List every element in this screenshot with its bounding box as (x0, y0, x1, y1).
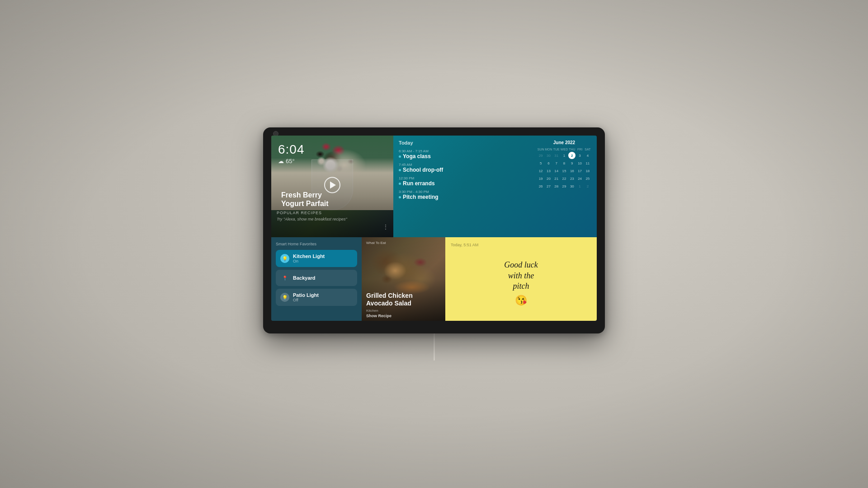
cal-day[interactable]: 9 (568, 160, 576, 167)
calendar-month-label: June 2022 (537, 140, 591, 145)
day-header-mon: MON (545, 147, 552, 151)
recipe-name: Grilled ChickenAvocado Salad (366, 292, 441, 307)
echo-show-frame: 6:04 ☁ 65° Popular Recipes Fresh BerryYo… (263, 127, 605, 333)
cal-day[interactable]: 1 (561, 152, 568, 159)
device-patio-light[interactable]: 💡 Patio Light Off (276, 289, 357, 306)
hero-title-area: Popular Recipes Fresh BerryYogurt Parfai… (277, 211, 388, 221)
device-wrapper: 6:04 ☁ 65° Popular Recipes Fresh BerryYo… (263, 127, 605, 361)
hero-recipe-name: Fresh BerryYogurt Parfait (281, 191, 383, 208)
cal-day[interactable]: 19 (537, 175, 544, 182)
recipe-panel[interactable]: What To Eat Grilled ChickenAvocado Salad… (362, 237, 445, 321)
cal-day[interactable]: 17 (576, 167, 584, 174)
power-cord (434, 333, 435, 361)
hero-time-weather: 6:04 ☁ 65° (278, 142, 305, 164)
smart-home-panel: Smart Home Favorites 💡 Kitchen Light On … (271, 237, 362, 321)
backyard-icon: 📍 (280, 273, 289, 282)
event-yoga-name: Yoga class (399, 153, 533, 160)
event-errands-name: Run errands (399, 180, 533, 187)
cal-day[interactable]: 15 (561, 167, 568, 174)
clock-display: 6:04 (278, 142, 305, 157)
event-yoga[interactable]: 6:30 AM - 7:15 AM Yoga class (399, 149, 533, 160)
temperature-display: 65° (286, 158, 295, 164)
cal-day[interactable]: 11 (584, 160, 591, 167)
cal-day[interactable]: 27 (545, 183, 552, 190)
event-dot-icon (399, 196, 401, 198)
weather-display: ☁ 65° (278, 158, 305, 164)
bottom-section: Smart Home Favorites 💡 Kitchen Light On … (271, 237, 597, 321)
cal-day[interactable]: 7 (553, 160, 560, 167)
today-label: Today (399, 140, 533, 145)
event-pitch[interactable]: 3:30 PM - 4:30 PM Pitch meeting (399, 190, 533, 200)
cal-day-today[interactable]: 2 (568, 152, 576, 159)
day-header-sat: SAT (584, 147, 591, 151)
patio-light-icon: 💡 (280, 293, 289, 302)
backyard-info: Backyard (293, 275, 316, 281)
cal-day[interactable]: 4 (584, 152, 591, 159)
note-text-content: Good luckwith thepitch (504, 260, 538, 291)
cal-day[interactable]: 28 (553, 183, 560, 190)
sticky-note-panel: Today, 5:51 AM Good luckwith thepitch 😘 (445, 237, 597, 321)
show-recipe-button[interactable]: Show Recipe (366, 314, 392, 318)
cal-day[interactable]: 22 (561, 175, 568, 182)
smart-home-title: Smart Home Favorites (276, 242, 357, 246)
note-timestamp: Today, 5:51 AM (451, 243, 591, 247)
cal-day[interactable]: 5 (537, 160, 544, 167)
patio-light-info: Patio Light Off (293, 292, 319, 302)
more-options-icon[interactable]: ⋮ (382, 223, 389, 230)
cal-day[interactable]: 30 (545, 152, 552, 159)
kitchen-light-name: Kitchen Light (293, 253, 325, 259)
day-header-tue: TUE (553, 147, 560, 151)
event-school-time: 7:45 AM (399, 163, 533, 167)
mini-calendar: June 2022 SUN MON TUE WED THU FRI SAT 29… (537, 140, 591, 233)
hero-panel[interactable]: 6:04 ☁ 65° Popular Recipes Fresh BerryYo… (271, 136, 393, 237)
cal-day[interactable]: 8 (561, 160, 568, 167)
note-content: Good luckwith thepitch 😘 (451, 252, 591, 315)
cal-day[interactable]: 13 (545, 167, 552, 174)
event-dot-icon (399, 169, 401, 171)
cal-day[interactable]: 31 (553, 152, 560, 159)
cal-day[interactable]: 12 (537, 167, 544, 174)
event-dot-icon (399, 155, 401, 158)
event-school-name: School drop-off (399, 167, 533, 173)
cal-day[interactable]: 23 (568, 175, 576, 182)
popular-label: Popular Recipes (277, 211, 388, 215)
recipe-category: Kitchen (366, 309, 378, 313)
screen: 6:04 ☁ 65° Popular Recipes Fresh BerryYo… (271, 136, 597, 321)
cal-day[interactable]: 14 (553, 167, 560, 174)
calendar-panel: Today 6:30 AM - 7:15 AM Yoga class 7:45 … (393, 136, 597, 237)
cal-day[interactable]: 2 (584, 183, 591, 190)
cal-day[interactable]: 1 (576, 183, 584, 190)
try-text: Try "Alexa, show me breakfast recipes" (277, 217, 388, 221)
top-section: 6:04 ☁ 65° Popular Recipes Fresh BerryYo… (271, 136, 597, 237)
weather-icon: ☁ (278, 158, 284, 164)
device-backyard[interactable]: 📍 Backyard (276, 270, 357, 286)
cal-day[interactable]: 18 (584, 167, 591, 174)
cal-day[interactable]: 29 (561, 183, 568, 190)
day-header-sun: SUN (537, 147, 544, 151)
cal-day[interactable]: 29 (537, 152, 544, 159)
cal-day[interactable]: 16 (568, 167, 576, 174)
device-kitchen-light[interactable]: 💡 Kitchen Light On (276, 250, 357, 267)
event-dot-icon (399, 183, 401, 185)
day-header-wed: WED (561, 147, 568, 151)
day-header-fri: FRI (576, 147, 583, 151)
cal-day[interactable]: 21 (553, 175, 560, 182)
patio-light-state: Off (293, 298, 319, 302)
patio-light-name: Patio Light (293, 292, 319, 298)
event-school[interactable]: 7:45 AM School drop-off (399, 163, 533, 173)
calendar-grid: SUN MON TUE WED THU FRI SAT 29 30 31 1 (537, 147, 591, 190)
cal-day[interactable]: 26 (537, 183, 544, 190)
event-errands[interactable]: 12:30 PM Run errands (399, 176, 533, 187)
event-pitch-name: Pitch meeting (399, 194, 533, 200)
cal-day[interactable]: 10 (576, 160, 584, 167)
cal-day[interactable]: 30 (568, 183, 576, 190)
cal-day[interactable]: 20 (545, 175, 552, 182)
kitchen-light-icon: 💡 (280, 254, 289, 263)
cal-day[interactable]: 3 (576, 152, 584, 159)
kitchen-light-info: Kitchen Light On (293, 253, 325, 263)
what-to-eat-label: What To Eat (366, 241, 386, 245)
cal-day[interactable]: 6 (545, 160, 552, 167)
note-emoji: 😘 (515, 294, 527, 307)
cal-day[interactable]: 24 (576, 175, 584, 182)
cal-day[interactable]: 25 (584, 175, 591, 182)
